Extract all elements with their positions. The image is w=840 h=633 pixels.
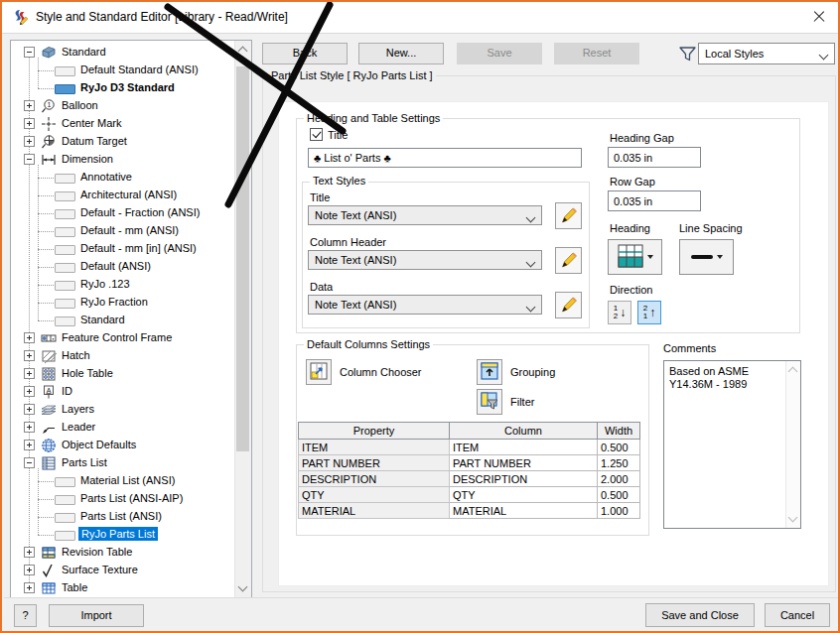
filter-button[interactable] (477, 389, 502, 415)
scrollbar-thumb[interactable] (236, 66, 249, 451)
tree-item-ryjo-123[interactable]: RyJo .123 (11, 276, 235, 294)
scroll-up-icon[interactable] (788, 367, 798, 377)
tree-item-annotative[interactable]: Annotative (11, 169, 235, 187)
expand-toggle-icon[interactable] (24, 350, 35, 361)
tree-item-default-fraction-ansi[interactable]: Default - Fraction (ANSI) (11, 204, 235, 222)
tree-item-center-mark[interactable]: Center Mark (11, 115, 235, 133)
columns-table-header-width[interactable]: Width (598, 423, 640, 440)
tree-item-leader[interactable]: Leader (11, 419, 235, 437)
save-and-close-button[interactable]: Save and Close (645, 603, 755, 627)
column-cell[interactable]: DESCRIPTION (450, 471, 598, 487)
tree-item-dimension[interactable]: Dimension (11, 151, 235, 169)
tree-item-parts-list[interactable]: Parts List (11, 454, 235, 472)
tree-item-standard[interactable]: Standard (11, 312, 235, 329)
tree-item-table[interactable]: Table (11, 579, 235, 597)
scroll-down-icon[interactable] (788, 513, 798, 523)
tree-item-hole-table[interactable]: Hole Table (11, 365, 235, 383)
column-cell[interactable]: QTY (450, 487, 598, 503)
heading-placement-button[interactable] (608, 239, 662, 275)
expand-toggle-icon[interactable] (24, 440, 35, 450)
collapse-toggle-icon[interactable] (24, 47, 35, 58)
column-cell[interactable]: PART NUMBER (450, 455, 598, 471)
expand-toggle-icon[interactable] (24, 368, 35, 379)
tree-item-architectural-ansi[interactable]: Architectural (ANSI) (11, 187, 235, 204)
tree-item-datum-target[interactable]: Datum Target (11, 133, 235, 151)
tree-item-layers[interactable]: Layers (11, 401, 235, 419)
tree-item-surface-texture[interactable]: Surface Texture (11, 562, 235, 579)
tree-item-default-mm-in-ansi[interactable]: Default - mm [in] (ANSI) (11, 240, 235, 258)
column-cell[interactable]: ITEM (450, 440, 598, 455)
expand-toggle-icon[interactable] (24, 547, 35, 558)
tree-item-id[interactable]: AID (11, 383, 235, 401)
property-cell[interactable]: DESCRIPTION (299, 471, 450, 487)
expand-toggle-icon[interactable] (24, 136, 35, 147)
text-style-title-select[interactable]: Note Text (ANSI) (308, 205, 542, 225)
tree-item-feature-control-frame[interactable]: Feature Control Frame (11, 329, 235, 347)
tree-scrollbar[interactable] (234, 41, 251, 597)
tree-item-balloon[interactable]: 1Balloon (11, 97, 235, 115)
property-cell[interactable]: MATERIAL (299, 503, 450, 519)
grouping-button[interactable] (477, 359, 502, 385)
close-icon[interactable] (811, 9, 827, 25)
scroll-up-icon[interactable] (238, 47, 248, 57)
styles-filter-select[interactable]: Local Styles (698, 43, 835, 64)
expand-toggle-icon[interactable] (24, 118, 35, 129)
width-cell[interactable]: 0.500 (598, 487, 640, 503)
expand-toggle-icon[interactable] (24, 100, 35, 111)
edit-title-style-button[interactable] (555, 202, 582, 229)
tree-item-ryjo-fraction[interactable]: RyJo Fraction (11, 294, 235, 312)
columns-table-header-property[interactable]: Property (299, 423, 450, 440)
tree-item-default-ansi[interactable]: Default (ANSI) (11, 258, 235, 276)
direction-up-button[interactable]: 21↑ (637, 301, 661, 324)
comments-box[interactable]: Based on ASME Y14.36M - 1989 (663, 360, 801, 529)
tree-item-default-standard-ansi[interactable]: Default Standard (ANSI) (11, 62, 235, 79)
tree-item-standard[interactable]: Standard (11, 44, 235, 62)
scroll-down-icon[interactable] (238, 582, 248, 592)
line-spacing-button[interactable] (679, 239, 734, 275)
cancel-button[interactable]: Cancel (765, 603, 830, 627)
column-cell[interactable]: MATERIAL (450, 503, 598, 519)
comments-scrollbar[interactable] (785, 361, 800, 528)
tree-item-revision-table[interactable]: Revision Table (11, 544, 235, 562)
new-button[interactable]: New... (358, 43, 444, 64)
columns-table-header-column[interactable]: Column (450, 423, 598, 440)
tree-item-hatch[interactable]: Hatch (11, 347, 235, 365)
tree-item-parts-list-ansi-aip[interactable]: Parts List (ANSI-AIP) (11, 490, 235, 508)
property-cell[interactable]: PART NUMBER (299, 455, 450, 471)
edit-column-header-style-button[interactable] (555, 247, 582, 274)
tree-item-object-defaults[interactable]: Object Defaults (11, 437, 235, 454)
width-cell[interactable]: 2.000 (598, 471, 640, 487)
table-title-input[interactable] (308, 148, 582, 168)
expand-toggle-icon[interactable] (24, 565, 35, 575)
reset-button[interactable]: Reset (554, 43, 639, 64)
width-cell[interactable]: 1.250 (598, 455, 640, 471)
width-cell[interactable]: 1.000 (598, 503, 640, 519)
text-style-column-header-select[interactable]: Note Text (ANSI) (308, 250, 542, 270)
tree-item-default-mm-ansi[interactable]: Default - mm (ANSI) (11, 222, 235, 240)
tree-item-ryjo-parts-list[interactable]: RyJo Parts List (11, 526, 235, 544)
column-chooser-button[interactable] (306, 359, 332, 385)
direction-down-button[interactable]: 12↓ (608, 301, 631, 324)
collapse-toggle-icon[interactable] (24, 457, 35, 468)
property-cell[interactable]: QTY (299, 487, 450, 503)
expand-toggle-icon[interactable] (24, 582, 35, 593)
edit-data-style-button[interactable] (555, 292, 582, 318)
expand-toggle-icon[interactable] (24, 404, 35, 415)
heading-gap-input[interactable] (608, 147, 701, 168)
help-button[interactable]: ? (14, 604, 37, 627)
expand-toggle-icon[interactable] (24, 422, 35, 433)
property-cell[interactable]: ITEM (299, 440, 450, 455)
tree-item-material-list-ansi[interactable]: Material List (ANSI) (11, 472, 235, 490)
back-button[interactable]: Back (262, 43, 348, 64)
width-cell[interactable]: 0.500 (598, 440, 640, 455)
collapse-toggle-icon[interactable] (24, 154, 35, 165)
text-style-data-select[interactable]: Note Text (ANSI) (308, 295, 542, 315)
row-gap-input[interactable] (608, 190, 701, 211)
expand-toggle-icon[interactable] (24, 332, 35, 343)
tree-item-ryjo-d3-standard[interactable]: RyJo D3 Standard (11, 79, 235, 97)
expand-toggle-icon[interactable] (24, 386, 35, 397)
import-button[interactable]: Import (49, 604, 144, 627)
title-checkbox[interactable] (310, 128, 323, 141)
tree-item-parts-list-ansi[interactable]: Parts List (ANSI) (11, 508, 235, 526)
save-button[interactable]: Save (457, 43, 542, 64)
